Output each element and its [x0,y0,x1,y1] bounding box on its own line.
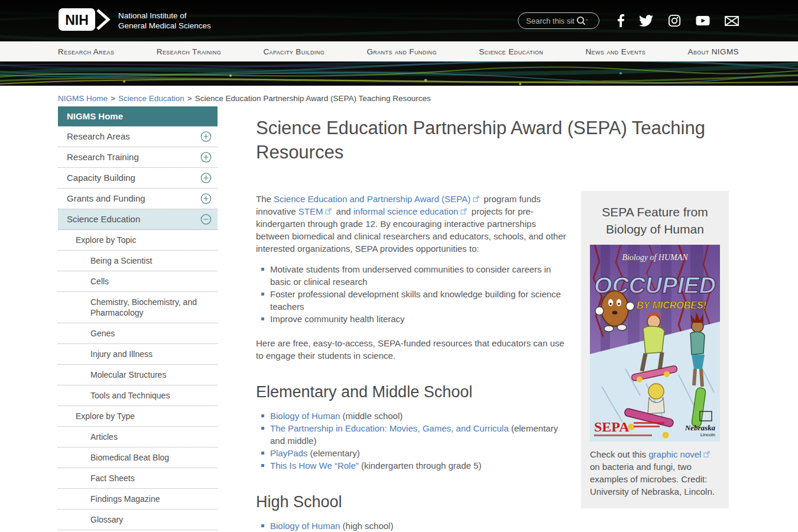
cover-subtitle-text: BY MICROBES! [637,300,707,310]
nav-item-capacity-building[interactable]: Capacity Building [263,47,325,56]
text-segment: Check out this [590,449,648,459]
sidebar-item-label: Glossary [90,515,123,524]
sidebar-item-label: Explore by Topic [76,235,136,245]
external-link-icon [460,205,467,218]
nav-item-about-nigms[interactable]: About NIGMS [688,47,739,56]
sidebar-item-label: Tools and Techniques [90,391,170,400]
resource-link[interactable]: Biology of Human [270,521,340,531]
search-input[interactable] [525,16,576,26]
inline-link[interactable]: graphic novel [648,449,701,459]
page-layout: NIGMS Home Research AreasResearch Traini… [58,106,798,532]
sidebar-item-label: Chemistry, Biochemistry, and Pharmacolog… [90,297,197,317]
sidebar-item-nigms-home[interactable]: NIGMS Home [58,106,218,126]
sidebar-item-explore-by-topic[interactable]: Explore by Topic [58,230,218,251]
sidebar-item-grants-and-funding[interactable]: Grants and Funding [58,189,218,209]
sidebar-item-label: Science Education [67,214,140,224]
opportunity-item: Motivate students from underserved commu… [256,263,566,288]
breadcrumb-separator: > [187,94,192,103]
sidebar-item-science-education[interactable]: Science Education [58,209,218,230]
feature-caption: Check out this graphic novel on bacteria… [590,448,720,498]
resource-item: Biology of Human (high school) [256,520,566,532]
sidebar-item-capacity-building[interactable]: Capacity Building [58,168,218,189]
resource-item: Biology of Human (middle school) [256,410,566,422]
cover-lincoln-text: Lincoln [700,432,715,437]
cover-series-text: Biology of HUMAN [622,253,688,262]
nav-item-research-training[interactable]: Research Training [157,47,221,56]
sidebar-item-tools-and-techniques[interactable]: Tools and Techniques [58,385,218,406]
sidebar-item-genes[interactable]: Genes [58,323,218,344]
plus-circle-icon[interactable] [200,173,212,184]
sidebar-item-label: Research Training [67,152,139,162]
minus-circle-icon[interactable] [200,214,212,225]
sidebar-item-molecular-structures[interactable]: Molecular Structures [58,365,218,385]
sidebar-items: Research AreasResearch TrainingCapacity … [58,126,218,532]
sidebar-item-label: Injury and Illness [90,349,153,359]
nav-item-news-and-events[interactable]: News and Events [585,47,645,56]
sidebar-item-label: Explore by Type [76,411,135,421]
opportunities-list: Motivate students from underserved commu… [256,263,566,325]
sidebar-item-research-areas[interactable]: Research Areas [58,126,218,147]
sidebar-item-label: Research Areas [67,131,130,141]
youtube-icon[interactable] [696,15,710,26]
sidebar-item-being-a-scientist[interactable]: Being a Scientist [58,251,218,271]
plus-circle-icon[interactable] [200,193,212,205]
nav-item-grants-and-funding[interactable]: Grants and Funding [366,47,436,56]
external-link-icon [473,193,479,205]
sidebar-item-glossary[interactable]: Glossary [58,510,218,530]
resource-link[interactable]: PlayPads [270,448,307,458]
nav-item-science-education[interactable]: Science Education [479,47,543,56]
plus-circle-icon[interactable] [200,131,212,142]
resource-suffix: (high school) [340,521,393,531]
resource-suffix: (kindergarten through grade 5) [359,460,482,471]
search-icon[interactable] [576,15,589,26]
institute-name: National Institute of General Medical Sc… [118,11,211,31]
sepa-feature-box: SEPA Feature from Biology of Human [581,191,729,508]
breadcrumb-link[interactable]: Science Education [118,94,184,103]
sidebar-item-articles[interactable]: Articles [58,427,218,447]
sidebar-item-chemistry-biochemistry-and-pharmacology[interactable]: Chemistry, Biochemistry, and Pharmacolog… [58,292,218,323]
sidebar-item-cells[interactable]: Cells [58,271,218,292]
nih-logo[interactable]: NIH [58,7,112,35]
resource-item: This Is How We “Role” (kindergarten thro… [256,459,566,472]
site-search [518,12,599,29]
nih-acronym: NIH [65,12,89,28]
sidebar-item-label: Fact Sheets [90,473,135,483]
sidebar-item-injury-and-illness[interactable]: Injury and Illness [58,344,218,365]
facebook-icon[interactable] [617,14,624,27]
breadcrumb: NIGMS Home>Science Education>Science Edu… [58,94,739,103]
inline-link[interactable]: Science Education and Partnership Award … [274,194,471,204]
section-heading-elementary-and-middle-school: Elementary and Middle School [256,383,566,401]
page-title: Science Education Partnership Award (SEP… [256,116,729,164]
resource-link[interactable]: Biology of Human [270,411,340,421]
comic-cover-image: Biology of HUMAN OCCUPIED BY MICROBES! [590,245,720,442]
sidebar-item-research-training[interactable]: Research Training [58,147,218,168]
resource-list: Biology of Human (middle school)The Part… [256,410,566,472]
text-segment: and [333,206,353,216]
sidebar-item-explore-by-type[interactable]: Explore by Type [58,406,218,427]
plus-circle-icon[interactable] [200,152,212,163]
inline-link[interactable]: informal science education [353,206,459,216]
resource-link[interactable]: This Is How We “Role” [270,460,359,471]
inline-link[interactable]: STEM [299,206,323,216]
resource-sections: Elementary and Middle SchoolBiology of H… [256,383,566,532]
instagram-icon[interactable] [668,14,681,27]
section-heading-high-school: High School [256,493,566,511]
sidebar-item-biomedical-beat-blog[interactable]: Biomedical Beat Blog [58,447,218,468]
twitter-icon[interactable] [639,15,653,27]
institute-name-line1: National Institute of [118,11,211,21]
social-links [617,14,739,27]
resource-item: The Partnership in Education: Movies, Ga… [256,422,566,447]
breadcrumb-separator: > [111,94,115,103]
resource-item: PlayPads (elementary) [256,447,566,459]
breadcrumb-link[interactable]: NIGMS Home [58,94,108,103]
resource-list: Biology of Human (high school)Charles Da… [256,520,566,532]
nav-item-research-areas[interactable]: Research Areas [58,47,114,56]
resource-link[interactable]: The Partnership in Education: Movies, Ga… [270,423,509,433]
sidebar-item-findings-magazine[interactable]: Findings Magazine [58,489,218,510]
sidebar-item-fact-sheets[interactable]: Fact Sheets [58,468,218,489]
email-icon[interactable] [725,16,739,26]
sidebar-item-label: Genes [90,329,115,338]
sidebar-item-label: Being a Scientist [90,256,152,265]
text-segment: The [256,194,274,204]
text-segment: on bacteria and fungi, two examples of m… [590,462,715,497]
